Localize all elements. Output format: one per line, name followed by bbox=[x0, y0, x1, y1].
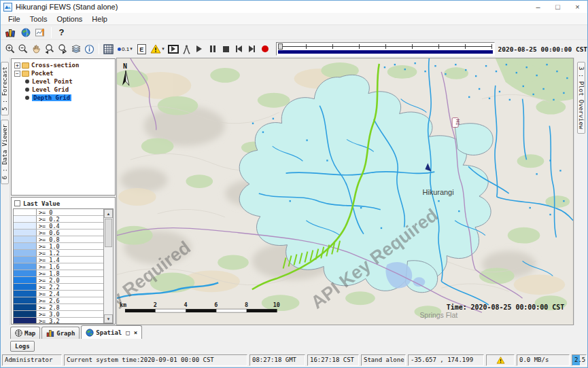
legend-row-label: >= 3.0 bbox=[37, 311, 103, 317]
legend-row: >= 0.8 bbox=[14, 236, 103, 243]
scroll-down-icon[interactable]: ▼ bbox=[104, 314, 113, 323]
toolbar-separator bbox=[99, 43, 99, 54]
tree-item-pocket[interactable]: − Pocket bbox=[13, 69, 115, 77]
status-coordinates: -35.657 , 174.199 bbox=[408, 354, 484, 366]
legend-row: >= 3.0 bbox=[14, 311, 103, 318]
zoom-out-icon[interactable] bbox=[17, 42, 29, 56]
expand-icon[interactable]: + bbox=[14, 62, 20, 69]
collapse-icon[interactable]: − bbox=[14, 71, 20, 77]
legend-color-swatch bbox=[14, 257, 37, 263]
time-period-bar bbox=[278, 50, 492, 54]
chevron-down-icon: ▾ bbox=[130, 46, 133, 52]
legend-row-label: >= 2.6 bbox=[37, 297, 103, 303]
grid-display-icon[interactable] bbox=[102, 42, 114, 56]
legend-row-label: >= 0.2 bbox=[37, 216, 103, 222]
menu-bar: File Tools Options Help bbox=[1, 13, 587, 25]
legend-color-swatch bbox=[14, 243, 37, 249]
stop-button[interactable] bbox=[220, 42, 232, 56]
step-forward-button[interactable] bbox=[246, 42, 258, 56]
panel-maximize-icon[interactable]: □ bbox=[126, 329, 129, 336]
status-memory: 2.5 GB bbox=[572, 354, 587, 366]
left-panel: + Cross-section − Pocket Level Point Lev… bbox=[10, 58, 116, 325]
tab-map[interactable]: Map bbox=[10, 327, 40, 339]
svg-text:2: 2 bbox=[154, 301, 157, 308]
measure-tool-icon[interactable] bbox=[180, 42, 192, 56]
play-button[interactable] bbox=[193, 42, 205, 56]
animation-movie-icon[interactable] bbox=[167, 42, 179, 56]
map-display-icon[interactable] bbox=[18, 26, 33, 39]
legend-color-swatch bbox=[14, 318, 37, 323]
left-tab-strip: 5 : Forecast 6 : Data Viewer bbox=[1, 58, 10, 325]
spatial-map[interactable]: H1 API Key Required API Key Required Hik… bbox=[116, 58, 574, 325]
play-glyph-icon bbox=[171, 46, 175, 52]
tab-graph[interactable]: Graph bbox=[41, 327, 80, 339]
legend-row: >= 1.4 bbox=[14, 257, 103, 263]
step-back-button[interactable] bbox=[232, 42, 245, 56]
logs-button[interactable]: Logs bbox=[10, 341, 35, 352]
tab-data-viewer[interactable]: 6 : Data Viewer bbox=[1, 119, 9, 184]
time-slider-thumb[interactable] bbox=[278, 43, 283, 50]
zoom-in-icon[interactable] bbox=[4, 42, 16, 56]
status-bar: Administrator Current system time:2020-0… bbox=[1, 354, 587, 367]
bottom-tab-bar: Map Graph Spatial □ × bbox=[1, 325, 587, 339]
info-icon[interactable] bbox=[83, 42, 95, 56]
zoom-next-icon[interactable] bbox=[56, 42, 69, 56]
point-size-dropdown[interactable]: 0.1 ▾ bbox=[116, 42, 135, 56]
legend-panel: Last Value >= 0 >= 0.2 bbox=[11, 197, 116, 325]
scroll-up-icon[interactable]: ▲ bbox=[104, 209, 113, 218]
main-area: 5 : Forecast 6 : Data Viewer + Cross-sec… bbox=[1, 58, 587, 325]
tab-spatial[interactable]: Spatial □ × bbox=[81, 325, 142, 339]
chevron-down-icon: ▾ bbox=[162, 46, 165, 52]
tree-item-level-point[interactable]: Level Point bbox=[13, 77, 115, 86]
legend-scrollbar[interactable]: ▲ ▼ bbox=[103, 209, 113, 323]
bar-chart-icon bbox=[46, 329, 54, 337]
longitudinal-profile-icon[interactable]: E bbox=[135, 42, 148, 56]
menu-file[interactable]: File bbox=[3, 14, 25, 24]
legend-color-swatch bbox=[14, 250, 37, 256]
menu-help[interactable]: Help bbox=[87, 14, 112, 24]
last-value-checkbox[interactable] bbox=[14, 200, 20, 206]
tree-item-level-grid[interactable]: Level Grid bbox=[13, 86, 115, 94]
layers-icon[interactable] bbox=[70, 42, 82, 56]
tree-item-depth-grid[interactable]: Depth Grid bbox=[13, 94, 115, 102]
zoom-previous-icon[interactable] bbox=[44, 42, 56, 56]
pause-button[interactable] bbox=[207, 42, 219, 56]
legend-row-label: >= 0.8 bbox=[37, 236, 103, 242]
record-button[interactable] bbox=[259, 42, 271, 56]
pan-hand-icon[interactable] bbox=[31, 42, 43, 56]
menu-tools[interactable]: Tools bbox=[25, 14, 52, 24]
legend-color-swatch bbox=[14, 223, 37, 229]
legend-row: >= 0.6 bbox=[14, 229, 103, 236]
logs-row: Logs bbox=[1, 339, 587, 354]
tree-item-cross-section[interactable]: + Cross-section bbox=[13, 61, 115, 69]
filter-tree: + Cross-section − Pocket Level Point Lev… bbox=[11, 58, 116, 196]
status-transfer-rate: 0.0 MB/s bbox=[517, 354, 570, 366]
legend-row-label: >= 2.2 bbox=[37, 284, 103, 290]
time-slider[interactable] bbox=[276, 42, 494, 56]
close-button[interactable]: × bbox=[568, 1, 587, 13]
legend-color-swatch bbox=[14, 291, 37, 297]
status-warning[interactable] bbox=[486, 354, 515, 366]
legend-row: >= 2.6 bbox=[14, 297, 103, 304]
legend-row-label: >= 1.2 bbox=[37, 250, 103, 256]
scrollbar-thumb[interactable] bbox=[105, 219, 112, 247]
menu-options[interactable]: Options bbox=[52, 14, 87, 24]
legend-row-label: >= 2.8 bbox=[37, 304, 103, 310]
tab-forecast[interactable]: 5 : Forecast bbox=[1, 62, 9, 115]
svg-text:10: 10 bbox=[273, 301, 280, 308]
map-toolbar: 0.1 ▾ E ▾ 2020-08-25 00:00:00 CST bbox=[1, 40, 587, 58]
minimize-button[interactable]: – bbox=[528, 1, 548, 13]
warning-icon bbox=[496, 356, 505, 364]
help-icon[interactable]: ? bbox=[54, 26, 69, 39]
status-gmt-time: 08:27:18 GMT bbox=[249, 354, 305, 366]
svg-text:4: 4 bbox=[184, 301, 187, 308]
legend-color-swatch bbox=[14, 263, 37, 270]
legend-row: >= 0.2 bbox=[14, 216, 103, 223]
panel-close-icon[interactable]: × bbox=[134, 329, 137, 336]
thresholds-dropdown[interactable]: ▾ bbox=[148, 42, 166, 56]
maximize-button[interactable]: □ bbox=[548, 1, 568, 13]
status-local-time: 16:27:18 CST bbox=[307, 354, 359, 366]
tab-plot-overview[interactable]: 3 : Plot Overview bbox=[577, 62, 585, 134]
database-display-icon[interactable] bbox=[3, 26, 18, 39]
timeseries-display-icon[interactable] bbox=[33, 26, 48, 39]
